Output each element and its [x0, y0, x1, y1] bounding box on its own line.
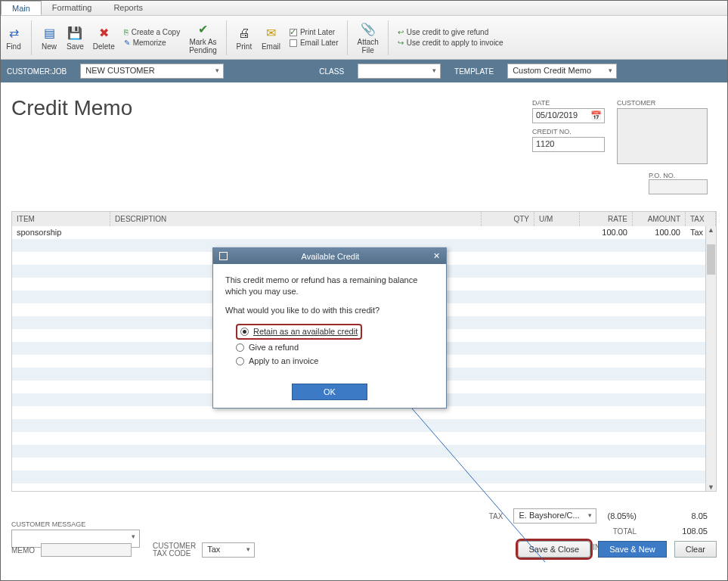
- credit-invoice-button[interactable]: ↪Use credit to apply to invoice: [398, 39, 503, 47]
- option-apply-invoice[interactable]: Apply to an invoice: [236, 356, 434, 367]
- customer-bar: CUSTOMER:JOB NEW CUSTOMER CLASS TEMPLATE…: [1, 60, 727, 82]
- find-button[interactable]: ⇄ Find: [5, 17, 22, 58]
- pono-label: P.O. NO.: [649, 172, 675, 179]
- email-later-checkbox[interactable]: Email Later: [290, 39, 339, 47]
- new-button[interactable]: ▤ New: [41, 17, 57, 58]
- email-icon: ✉: [262, 25, 279, 42]
- tab-formatting[interactable]: Formatting: [42, 1, 104, 15]
- table-row[interactable]: [12, 445, 716, 458]
- dialog-text-2: What would you like to do with this cred…: [225, 305, 434, 316]
- minimize-icon[interactable]: [219, 252, 228, 260]
- new-icon: ▤: [41, 25, 57, 42]
- total-label: TOTAL: [613, 527, 637, 536]
- mark-pending-button[interactable]: ✔ Mark As Pending: [189, 17, 217, 58]
- creditno-input[interactable]: 1120: [532, 137, 605, 152]
- clear-button[interactable]: Clear: [674, 541, 717, 558]
- table-row[interactable]: [12, 432, 716, 445]
- dialog-titlebar[interactable]: Available Credit ✕: [213, 248, 446, 264]
- check-icon: ✔: [195, 20, 212, 37]
- credit-refund-button[interactable]: ↩Use credit to give refund: [398, 28, 503, 36]
- footer: TAX E. Bayshore/C... (8.05%) 8.05 TOTAL …: [1, 498, 727, 564]
- customer-label: CUSTOMER: [617, 99, 708, 107]
- dialog-title: Available Credit: [302, 252, 360, 261]
- copy-icon: ⎘: [124, 28, 129, 36]
- customer-job-select[interactable]: NEW CUSTOMER: [80, 64, 224, 79]
- email-button[interactable]: ✉ Email: [262, 17, 280, 58]
- available-credit-dialog: Available Credit ✕ This credit memo or r…: [212, 247, 447, 409]
- customer-box: [617, 108, 708, 164]
- option-retain-highlight: Retain as an available credit: [236, 324, 362, 340]
- tax-label: TAX: [489, 512, 503, 520]
- tax-select[interactable]: E. Bayshore/C...: [513, 508, 596, 524]
- radio-apply[interactable]: [236, 357, 244, 365]
- scroll-up-icon[interactable]: ▲: [706, 226, 716, 234]
- save-close-button[interactable]: Save & Close: [518, 541, 591, 558]
- tax-code-select[interactable]: Tax: [202, 542, 255, 558]
- tax-amount: 8.05: [647, 511, 708, 520]
- option-retain-label[interactable]: Retain as an available credit: [253, 326, 358, 337]
- attach-file-button[interactable]: 📎 Attach File: [357, 17, 378, 58]
- radio-refund[interactable]: [236, 343, 244, 352]
- scroll-thumb[interactable]: [707, 244, 715, 275]
- total-value: 108.05: [647, 527, 708, 536]
- dialog-text-1: This credit memo or refund has a remaini…: [225, 275, 434, 297]
- option-refund[interactable]: Give a refund: [236, 342, 434, 353]
- table-row[interactable]: sponsorship100.00100.00Tax: [12, 226, 716, 239]
- class-select[interactable]: [358, 64, 441, 79]
- template-label: TEMPLATE: [454, 67, 494, 76]
- ok-button[interactable]: OK: [292, 384, 367, 400]
- print-icon: 🖨: [236, 25, 252, 42]
- scroll-down-icon[interactable]: ▼: [706, 483, 716, 491]
- arrows-icon: ⇄: [5, 25, 22, 42]
- save-new-button[interactable]: Save & New: [598, 541, 667, 558]
- tax-rate: (8.05%): [607, 511, 637, 520]
- template-select[interactable]: Custom Credit Memo: [507, 64, 617, 79]
- table-header: ITEM DESCRIPTION QTY U/M RATE AMOUNT TAX: [12, 212, 716, 226]
- save-icon: 💾: [67, 25, 83, 42]
- save-button[interactable]: 💾 Save: [67, 17, 84, 58]
- calendar-icon[interactable]: 📅: [590, 110, 602, 121]
- scrollbar[interactable]: ▲ ▼: [705, 226, 716, 491]
- checkbox-icon: [290, 29, 297, 36]
- refund-icon: ↩: [398, 28, 404, 36]
- date-input[interactable]: 05/10/2019📅: [532, 108, 605, 123]
- create-copy-button[interactable]: ⎘Create a Copy: [124, 28, 180, 36]
- memorize-icon: ✎: [124, 39, 130, 47]
- pono-input[interactable]: [649, 179, 708, 194]
- cust-msg-label: CUSTOMER MESSAGE: [11, 520, 140, 528]
- table-row[interactable]: [12, 419, 716, 432]
- tab-main[interactable]: Main: [1, 1, 42, 15]
- memo-label: MEMO: [11, 546, 35, 555]
- tab-bar: Main Formatting Reports: [1, 1, 727, 16]
- customer-job-label: CUSTOMER:JOB: [7, 67, 67, 76]
- tab-reports[interactable]: Reports: [103, 1, 154, 15]
- ribbon: ⇄ Find ▤ New 💾 Save ✖ Delete ⎘Create a C…: [1, 16, 727, 60]
- delete-button[interactable]: ✖ Delete: [93, 17, 115, 58]
- table-row[interactable]: [12, 471, 716, 483]
- table-row[interactable]: [12, 458, 716, 471]
- print-button[interactable]: 🖨 Print: [236, 17, 252, 58]
- radio-retain[interactable]: [240, 328, 249, 336]
- memo-input[interactable]: [41, 543, 132, 557]
- close-icon[interactable]: ✕: [433, 251, 440, 261]
- print-later-checkbox[interactable]: Print Later: [290, 28, 339, 36]
- checkbox-icon: [290, 39, 297, 47]
- delete-icon: ✖: [95, 25, 112, 42]
- attach-icon: 📎: [360, 20, 376, 37]
- creditno-label: CREDIT NO.: [532, 128, 605, 135]
- apply-icon: ↪: [398, 39, 404, 47]
- class-label: CLASS: [319, 67, 344, 76]
- memorize-button[interactable]: ✎Memorize: [124, 39, 180, 47]
- date-label: DATE: [532, 99, 605, 107]
- cust-tax-code-label: CUSTOMER TAX CODE: [153, 542, 196, 558]
- table-row[interactable]: [12, 483, 716, 491]
